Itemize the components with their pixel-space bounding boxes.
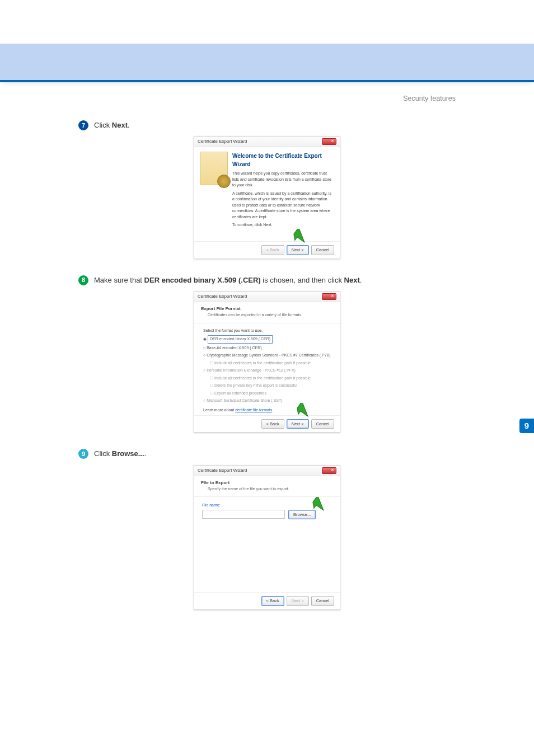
step-7-post: . <box>128 121 130 129</box>
wizard-welcome-p2: A certificate, which is issued by a cert… <box>232 191 334 220</box>
option-der-label: DER encoded binary X.509 (.CER) <box>208 335 273 344</box>
cancel-button[interactable]: Cancel <box>311 245 334 255</box>
certificate-icon <box>200 152 228 185</box>
filename-input[interactable] <box>202 510 285 519</box>
step-8-mid: is chosen, and then click <box>261 276 344 284</box>
step-7-pre: Click <box>94 121 112 129</box>
wizard-file-dialog: Certificate Export Wizard File to Export… <box>194 465 340 610</box>
chapter-tab: 9 <box>519 419 534 433</box>
next-button: Next > <box>287 596 309 605</box>
wizard-subheader-title: Export File Format <box>201 306 333 312</box>
cancel-button[interactable]: Cancel <box>311 596 334 605</box>
option-sst-label: Microsoft Serialized Certificate Store (… <box>207 398 282 402</box>
option-p7b-sub: ☐ Include all certificates in the certif… <box>210 360 331 367</box>
wizard-subheader-desc: Specify the name of the file you want to… <box>208 486 333 492</box>
step-9-bold: Browse... <box>112 449 144 458</box>
step-9-pre: Click <box>94 449 112 458</box>
arrow-pointer-icon <box>312 497 327 511</box>
wizard-welcome-heading: Welcome to the Certificate Export Wizard <box>232 152 334 168</box>
wizard-title-text: Certificate Export Wizard <box>198 138 247 145</box>
wizard-welcome-dialog: Certificate Export Wizard Welcome to the… <box>194 136 340 259</box>
cancel-button[interactable]: Cancel <box>311 419 334 429</box>
step-8-badge: 8 <box>78 275 88 285</box>
step-8-text: Make sure that DER encoded binary X.509 … <box>94 275 362 286</box>
step-9-post: . <box>144 449 147 458</box>
learn-more-pre: Learn more about <box>203 408 235 412</box>
step-8-bold2: Next <box>344 276 360 284</box>
svg-marker-1 <box>296 403 312 417</box>
step-7-text: Click Next. <box>94 120 130 131</box>
learn-more-link[interactable]: certificate file formats <box>235 408 272 412</box>
option-pfx-sub2: ☐ Delete the private key if the export i… <box>210 383 331 389</box>
option-p7b-label: Cryptographic Message Syntax Standard - … <box>207 353 330 357</box>
option-pfx-sub3: ☐ Export all extended properties <box>210 391 331 397</box>
wizard-titlebar: Certificate Export Wizard <box>194 137 340 147</box>
back-button[interactable]: < Back <box>261 596 284 605</box>
step-7-badge: 7 <box>78 120 88 130</box>
next-button[interactable]: Next > <box>287 245 309 255</box>
close-icon[interactable] <box>322 138 336 145</box>
wizard-title-text: Certificate Export Wizard <box>198 467 247 474</box>
wizard-titlebar: Certificate Export Wizard <box>194 292 340 302</box>
option-der[interactable]: ◉ DER encoded binary X.509 (.CER) <box>203 335 331 344</box>
wizard-welcome-p3: To continue, click Next. <box>232 222 334 228</box>
wizard-subheader-title: File to Export <box>201 480 333 486</box>
back-button[interactable]: < Back <box>261 419 284 429</box>
option-p7b[interactable]: ○ Cryptographic Message Syntax Standard … <box>203 353 331 359</box>
svg-marker-2 <box>312 497 327 511</box>
top-banner <box>0 44 534 82</box>
section-header: Security features <box>0 93 456 104</box>
wizard-titlebar: Certificate Export Wizard <box>194 466 340 476</box>
step-8-bold1: DER encoded binary X.509 (.CER) <box>144 276 261 284</box>
step-9: 9 Click Browse.... <box>78 448 456 459</box>
arrow-pointer-icon <box>293 229 308 243</box>
arrow-pointer-icon <box>296 403 312 417</box>
option-base64[interactable]: ○ Base-64 encoded X.509 (.CER) <box>203 345 331 351</box>
wizard-welcome-p1: This wizard helps you copy certificates,… <box>232 171 334 189</box>
next-button[interactable]: Next > <box>287 419 309 429</box>
option-pfx-label: Personal Information Exchange - PKCS #12… <box>207 368 296 372</box>
wizard-title-text: Certificate Export Wizard <box>198 293 247 300</box>
step-8-pre: Make sure that <box>94 276 144 284</box>
option-pfx-sub1: ☐ Include all certificates in the certif… <box>210 375 331 382</box>
wizard-subheader-desc: Certificates can be exported in a variet… <box>208 312 333 318</box>
back-button: < Back <box>261 245 284 255</box>
close-icon[interactable] <box>322 467 336 474</box>
step-7-bold: Next <box>112 121 128 129</box>
close-icon[interactable] <box>322 293 336 300</box>
wizard-format-dialog: Certificate Export Wizard Export File Fo… <box>194 291 340 433</box>
step-8: 8 Make sure that DER encoded binary X.50… <box>78 275 456 286</box>
wizard-subheader: Export File Format Certificates can be e… <box>194 302 340 323</box>
step-9-badge: 9 <box>78 449 88 459</box>
option-pfx: ○ Personal Information Exchange - PKCS #… <box>203 368 331 374</box>
step-8-post: . <box>360 276 362 284</box>
step-7: 7 Click Next. <box>78 120 456 131</box>
svg-marker-0 <box>293 229 308 243</box>
option-base64-label: Base-64 encoded X.509 (.CER) <box>207 346 261 350</box>
step-9-text: Click Browse.... <box>94 448 146 459</box>
format-prompt: Select the format you want to use: <box>203 328 331 334</box>
wizard-subheader: File to Export Specify the name of the f… <box>194 476 340 497</box>
